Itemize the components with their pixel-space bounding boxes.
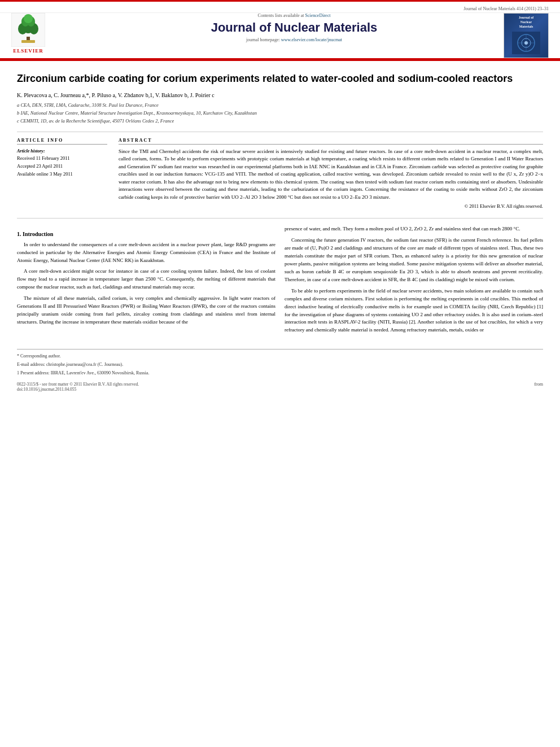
article-history: Article history: Received 11 February 20… [17,148,107,178]
bottom-bar: 0022-3115/$ - see front matter © 2011 El… [17,382,543,392]
body-col-left: 1. Introduction In order to understand t… [17,225,275,338]
affiliation-b: b IAE, National Nuclear Centre, Material… [17,110,543,117]
doi-info: 0022-3115/$ - see front matter © 2011 El… [17,382,139,392]
affiliation-a: a CEA, DEN, STRI, LMA, Cadarache, 3108 S… [17,102,543,109]
from-label: from [534,382,543,392]
footnote-1: 1 Present address: IBRAE, Lavrent'ev Ave… [17,370,543,377]
sciencedirect-line: Contents lists available at ScienceDirec… [90,13,498,18]
journal-title-area: Contents lists available at ScienceDirec… [85,13,504,42]
svg-rect-8 [21,40,35,43]
journal-thumbnail: Journal of Nuclear Materials [504,13,549,58]
footnote-star: * Corresponding author. [17,353,543,360]
intro-p5: Concerning the future generation IV reac… [285,237,543,284]
journal-cover-image [512,32,540,54]
article-info-col: ARTICLE INFO Article history: Received 1… [17,138,107,209]
svg-point-7 [24,14,33,23]
body-col-right: presence of water, and melt. They form a… [285,225,543,338]
journal-title: Journal of Nuclear Materials [90,20,498,35]
journal-homepage-link[interactable]: www.elsevier.com/locate/jnucmat [281,37,342,42]
intro-p3: The mixture of all these materials, call… [17,295,275,326]
abstract-header: ABSTRACT [119,138,543,145]
footnotes: * Corresponding author. E-mail address: … [17,349,543,377]
copyright: © 2011 Elsevier B.V. All rights reserved… [119,203,543,209]
authors-line: K. Plevacova a, C. Journeau a,*, P. Pilu… [17,92,543,98]
elsevier-brand-text: ELSEVIER [13,48,43,54]
sciencedirect-link[interactable]: ScienceDirect [305,13,331,18]
intro-p1: In order to understand the consequences … [17,241,275,265]
intro-p4: presence of water, and melt. They form a… [285,225,543,233]
journal-top-info: Journal of Nuclear Materials 414 (2011) … [0,5,560,13]
journal-homepage: journal homepage: www.elsevier.com/locat… [90,37,498,42]
elsevier-tree-icon [11,13,45,47]
intro-p6: To be able to perform experiments in the… [285,287,543,335]
accepted-date: Accepted 23 April 2011 [17,163,107,171]
abstract-text: Since the TMI and Chernobyl accidents th… [119,148,543,202]
footnote-email: E-mail address: christophe.journeau@cea.… [17,361,543,369]
received-date: Received 11 February 2011 [17,155,107,163]
article-body: Zirconium carbide coating for corium exp… [0,61,560,403]
abstract-col: ABSTRACT Since the TMI and Chernobyl acc… [119,138,543,209]
article-title: Zirconium carbide coating for corium exp… [17,72,543,85]
intro-p2: A core melt-down accident might occur fo… [17,268,275,291]
intro-heading: 1. Introduction [17,230,275,239]
elsevier-logo: ELSEVIER [11,13,85,54]
body-content: 1. Introduction In order to understand t… [17,225,543,338]
available-date: Available online 3 May 2011 [17,171,107,178]
affiliations: a CEA, DEN, STRI, LMA, Cadarache, 3108 S… [17,102,543,124]
affiliation-c: c CEMHTI, 1D, av. de la Recherche Scient… [17,117,543,125]
article-info-header: ARTICLE INFO [17,138,107,145]
